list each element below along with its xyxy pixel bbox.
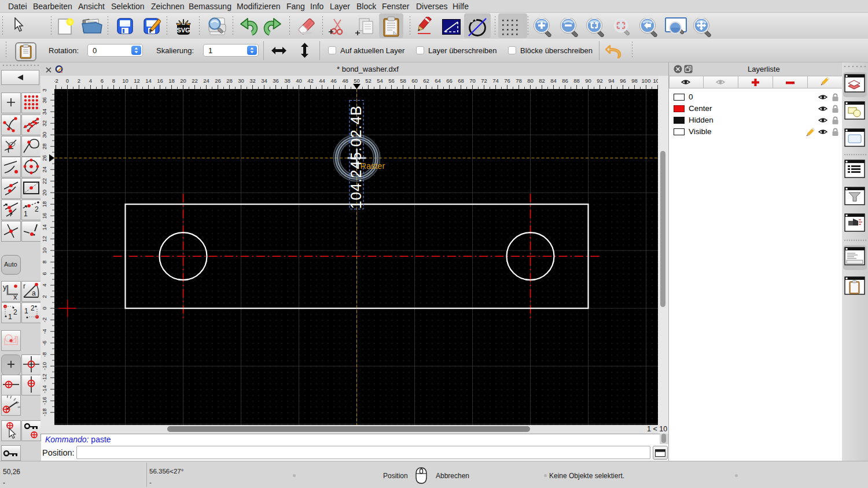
svg-text:78: 78 <box>516 77 522 84</box>
svg-text:86: 86 <box>562 77 568 84</box>
svg-text:8: 8 <box>112 77 115 84</box>
svg-text:18: 18 <box>168 77 175 84</box>
svg-text:12: 12 <box>134 77 140 84</box>
svg-text:28: 28 <box>226 77 233 84</box>
svg-text:2: 2 <box>41 295 47 298</box>
svg-text:64: 64 <box>435 77 441 84</box>
svg-text:14: 14 <box>145 77 152 84</box>
svg-text:-4: -4 <box>41 329 47 334</box>
svg-text:26: 26 <box>41 155 47 161</box>
svg-text:94: 94 <box>608 77 615 84</box>
svg-text:30: 30 <box>41 132 47 138</box>
svg-text:r: r <box>23 282 25 290</box>
svg-text:36: 36 <box>41 97 47 103</box>
svg-text:a: a <box>32 289 36 297</box>
svg-text:-16: -16 <box>41 397 47 405</box>
svg-text:36: 36 <box>273 77 279 84</box>
svg-text:30: 30 <box>238 77 244 84</box>
svg-text:34: 34 <box>41 109 47 115</box>
svg-text:32: 32 <box>249 77 256 84</box>
svg-text:20: 20 <box>180 77 186 84</box>
svg-text:6: 6 <box>41 272 47 275</box>
svg-text:96: 96 <box>620 77 626 84</box>
svg-text:70: 70 <box>469 77 476 84</box>
svg-text:38: 38 <box>41 89 47 91</box>
svg-text:12: 12 <box>41 236 47 242</box>
svg-text:74: 74 <box>492 77 499 84</box>
svg-text:-2: -2 <box>54 77 58 84</box>
svg-text:1: 1 <box>24 210 28 218</box>
svg-text:66: 66 <box>446 77 453 84</box>
svg-text:1: 1 <box>8 313 12 321</box>
svg-text:14: 14 <box>41 224 47 231</box>
svg-text:28: 28 <box>41 143 47 150</box>
svg-text:18: 18 <box>41 201 47 208</box>
svg-text:-2: -2 <box>41 317 47 322</box>
svg-text:90: 90 <box>585 77 591 84</box>
svg-text:72: 72 <box>481 77 487 84</box>
svg-text:2: 2 <box>35 205 39 213</box>
svg-text:58: 58 <box>400 77 406 84</box>
svg-text:2: 2 <box>13 308 17 316</box>
svg-text:0: 0 <box>66 77 69 84</box>
svg-text:16: 16 <box>157 77 163 84</box>
svg-text:2: 2 <box>31 304 35 312</box>
svg-text:-14: -14 <box>41 385 47 393</box>
svg-text:1: 1 <box>24 307 28 315</box>
svg-text:20: 20 <box>41 190 47 196</box>
svg-text:8: 8 <box>41 261 47 264</box>
svg-text:68: 68 <box>458 77 464 84</box>
svg-text:60: 60 <box>411 77 418 84</box>
svg-text:32: 32 <box>41 120 47 127</box>
svg-text:y: y <box>3 283 7 291</box>
svg-text:-6: -6 <box>41 341 47 345</box>
svg-text:40: 40 <box>296 77 302 84</box>
svg-text:38: 38 <box>284 77 290 84</box>
svg-text:100: 100 <box>642 77 651 84</box>
svg-text:104.245.02.4B: 104.245.02.4B <box>348 105 364 209</box>
svg-text:24: 24 <box>41 167 47 173</box>
svg-text:56: 56 <box>388 77 395 84</box>
svg-text:22: 22 <box>192 77 198 84</box>
svg-text:50: 50 <box>354 77 360 84</box>
svg-text:48: 48 <box>342 77 348 84</box>
svg-text:44: 44 <box>319 77 325 84</box>
svg-text:16: 16 <box>41 213 47 219</box>
svg-text:-18: -18 <box>41 408 47 416</box>
svg-text:-8: -8 <box>41 352 47 357</box>
svg-text:x: x <box>13 293 17 300</box>
svg-text:52: 52 <box>365 77 372 84</box>
svg-text:26: 26 <box>215 77 221 84</box>
svg-text:102: 102 <box>653 77 658 84</box>
svg-text:42: 42 <box>307 77 314 84</box>
svg-text:92: 92 <box>597 77 603 84</box>
svg-text:34: 34 <box>261 77 267 84</box>
svg-text:76: 76 <box>504 77 510 84</box>
svg-text:62: 62 <box>423 77 429 84</box>
svg-text:88: 88 <box>573 77 580 84</box>
svg-text:84: 84 <box>550 77 557 84</box>
svg-text:4: 4 <box>41 284 47 287</box>
svg-text:46: 46 <box>330 77 337 84</box>
svg-text:SVG: SVG <box>176 27 190 34</box>
svg-text:54: 54 <box>377 77 383 84</box>
svg-text:0: 0 <box>41 307 47 310</box>
svg-text:4: 4 <box>89 77 92 84</box>
svg-text:-10: -10 <box>41 362 47 370</box>
svg-text:22: 22 <box>41 178 47 184</box>
svg-text:82: 82 <box>539 77 545 84</box>
svg-text:98: 98 <box>631 77 638 84</box>
svg-text:80: 80 <box>527 77 534 84</box>
svg-text:-12: -12 <box>41 374 47 382</box>
svg-text:10: 10 <box>122 77 128 84</box>
svg-text:24: 24 <box>203 77 209 84</box>
svg-text:6: 6 <box>101 77 104 84</box>
svg-text:2: 2 <box>78 77 80 84</box>
svg-text:10: 10 <box>41 247 47 254</box>
